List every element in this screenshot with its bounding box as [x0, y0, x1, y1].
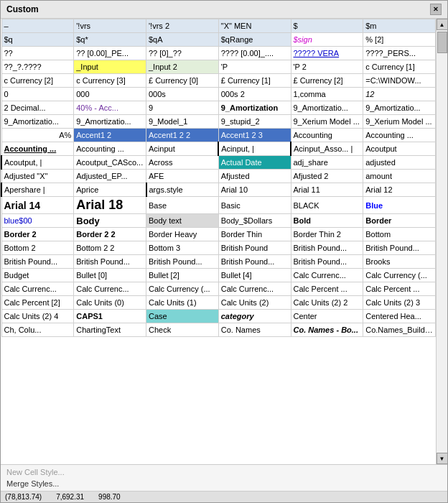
cell[interactable]: Calc Currenc... [1, 282, 74, 296]
cell[interactable]: 9_Amortizatio... [74, 115, 146, 129]
cell[interactable]: 000 [74, 88, 146, 101]
cell[interactable]: 9_stupid_2 [218, 115, 291, 129]
cell[interactable]: _Input [74, 60, 146, 74]
cell[interactable]: – [1, 19, 74, 33]
cell[interactable]: 9_Model_1 [146, 115, 219, 129]
cell[interactable]: ?? [0]_?? [146, 47, 219, 60]
cell[interactable]: Adjusted_EP... [74, 170, 146, 183]
cell[interactable]: blue$00 [1, 214, 74, 228]
cell[interactable]: 'P 2 [291, 60, 363, 74]
cell[interactable]: =C:\WINDOW... [363, 74, 436, 88]
cell[interactable]: BLACK [291, 197, 363, 214]
cell[interactable]: Budget [1, 269, 74, 282]
cell[interactable]: Body_$Dollars [218, 214, 291, 228]
cell[interactable]: $q [1, 33, 74, 47]
cell[interactable]: Accounting [291, 129, 363, 142]
cell[interactable]: Ch, Colu... [1, 323, 74, 337]
cell[interactable]: 9_Amortizatio... [291, 101, 363, 115]
cell[interactable]: Acoutput, | [1, 156, 74, 170]
vertical-scrollbar[interactable]: ▲ ▼ [436, 19, 447, 464]
cell[interactable]: Border Thin 2 [291, 228, 363, 241]
cell[interactable]: Arial 10 [218, 183, 291, 197]
window-controls[interactable]: ✕ [430, 4, 442, 15]
cell[interactable]: Co. Names [218, 323, 291, 337]
cell[interactable]: Calc Units (1) [146, 296, 219, 310]
cell-british-pound[interactable]: British Pound... [1, 255, 74, 269]
cell-british-pound[interactable]: British Pound [218, 241, 291, 255]
cell[interactable]: Border 2 2 [74, 228, 146, 241]
cell-british-pound[interactable]: British Pound... [74, 255, 146, 269]
cell[interactable]: ????? VERA [291, 47, 363, 60]
cell[interactable]: Calc Units (2) 4 [1, 310, 74, 323]
cell[interactable]: Centered Hea... [363, 310, 436, 323]
cell[interactable]: $q* [74, 33, 146, 47]
cell[interactable]: 000s 2 [218, 88, 291, 101]
scroll-up-button[interactable]: ▲ [437, 19, 448, 30]
cell[interactable]: Arial 12 [363, 183, 436, 197]
cell[interactable]: Across [146, 156, 219, 170]
cell[interactable]: Accounting ... [1, 142, 74, 156]
cell[interactable]: Co. Names - Bo... [291, 323, 363, 337]
cell[interactable]: Accent1 2 [74, 129, 146, 142]
cell[interactable]: Base [146, 197, 219, 214]
cell[interactable]: Arial 18 [74, 197, 146, 214]
cell[interactable]: Bold [291, 214, 363, 228]
cell[interactable]: Accent1 2 2 [146, 129, 219, 142]
cell[interactable]: $m [363, 19, 436, 33]
close-button[interactable]: ✕ [430, 4, 442, 15]
cell[interactable]: $qA [146, 33, 219, 47]
cell[interactable]: Center [291, 310, 363, 323]
cell[interactable]: Acoutput [363, 142, 436, 156]
cell[interactable]: £ Currency [2] [291, 74, 363, 88]
cell[interactable]: c Currency [3] [74, 74, 146, 88]
cell[interactable]: Calc Currenc... [291, 269, 363, 282]
cell[interactable]: Accounting ... [363, 129, 436, 142]
cell[interactable]: Calc Units (2) 2 [291, 296, 363, 310]
cell[interactable]: Border Thin [218, 228, 291, 241]
cell[interactable]: Calc Percent ... [363, 282, 436, 296]
cell[interactable]: Arial 14 [1, 197, 74, 214]
cell[interactable]: ???? [0.00]_.... [218, 47, 291, 60]
cell[interactable]: adj_share [291, 156, 363, 170]
cell[interactable]: Acinput [146, 142, 219, 156]
cell[interactable]: category [218, 310, 291, 323]
cell[interactable]: Bullet [2] [146, 269, 219, 282]
cell[interactable]: args.style [146, 183, 219, 197]
cell[interactable]: 'P [218, 60, 291, 74]
cell[interactable]: '!vrs [74, 19, 146, 33]
cell[interactable]: 0 [1, 88, 74, 101]
cell[interactable]: $sign [291, 33, 363, 47]
cell[interactable]: Body text [146, 214, 219, 228]
cell[interactable]: Acinput, | [218, 142, 291, 156]
cell[interactable]: 1,comma [291, 88, 363, 101]
cell[interactable]: Calc Currency (... [363, 269, 436, 282]
cell[interactable]: 9 [146, 101, 219, 115]
cell-british-pound[interactable]: British Pound... [218, 255, 291, 269]
cell[interactable]: _Input 2 [146, 60, 219, 74]
cell[interactable]: Acoutput_CASco... [74, 156, 146, 170]
cell[interactable]: 9_Amortizatio... [363, 101, 436, 115]
cell[interactable]: 9_Xerium Model ... [291, 115, 363, 129]
cell[interactable]: £ Currency [1] [218, 74, 291, 88]
cell[interactable]: Calc Units (2) 3 [363, 296, 436, 310]
cell[interactable]: ????_PERS... [363, 47, 436, 60]
cell[interactable]: Blue [363, 197, 436, 214]
cell[interactable]: % [2] [363, 33, 436, 47]
cell[interactable]: ??_?.???? [1, 60, 74, 74]
cell[interactable]: Aprice [74, 183, 146, 197]
cell[interactable]: Calc Currency (... [146, 282, 219, 296]
cell[interactable]: Case [146, 310, 219, 323]
cell[interactable]: Calc Percent ... [291, 282, 363, 296]
cell[interactable]: Check [146, 323, 219, 337]
cell[interactable]: 2 Decimal... [1, 101, 74, 115]
cell[interactable]: "X" MEN [218, 19, 291, 33]
cell[interactable]: c Currency [2] [1, 74, 74, 88]
cell[interactable]: ?? [1, 47, 74, 60]
cell[interactable]: Afjusted 2 [291, 170, 363, 183]
cell[interactable]: Actual Date [218, 156, 291, 170]
cell[interactable]: Adjusted "X" [1, 170, 74, 183]
new-cell-style-button[interactable]: New Cell Style... [4, 466, 444, 478]
cell[interactable]: Calc Currenc... [74, 282, 146, 296]
cell[interactable]: amount [363, 170, 436, 183]
cell[interactable]: '!vrs 2 [146, 19, 219, 33]
